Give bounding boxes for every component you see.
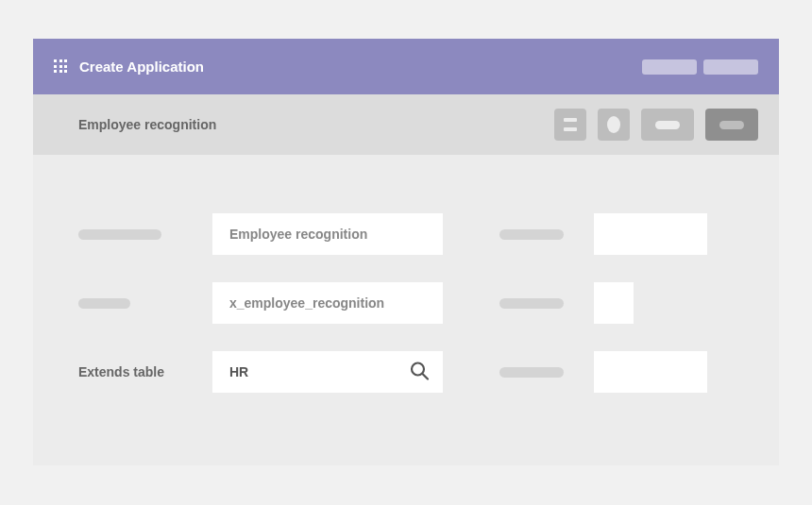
secondary-field[interactable] (594, 351, 707, 393)
field-value: Employee recognition (229, 227, 367, 242)
sub-header: Employee recognition (33, 94, 779, 155)
person-icon (607, 116, 620, 133)
apps-grid-icon[interactable] (54, 59, 68, 74)
app-header: Create Application (33, 39, 779, 94)
list-icon (564, 118, 577, 131)
pill-icon (719, 121, 744, 129)
field-value: x_employee_recognition (229, 295, 384, 311)
svg-line-1 (423, 374, 429, 379)
toggle-button-2-active[interactable] (705, 109, 758, 141)
field-label-placeholder (499, 367, 564, 378)
secondary-field[interactable] (594, 213, 707, 255)
extends-table-label: Extends table (78, 364, 164, 379)
form-row: Employee recognition (78, 213, 734, 255)
field-label-placeholder (78, 298, 130, 309)
field-value: HR (229, 364, 248, 379)
form-area: Employee recognition x_employee_recognit… (33, 155, 779, 393)
search-icon[interactable] (409, 361, 430, 384)
scope-field[interactable]: x_employee_recognition (212, 282, 443, 324)
pill-icon (655, 121, 680, 129)
extends-table-field[interactable]: HR (212, 351, 443, 393)
name-field[interactable]: Employee recognition (212, 213, 443, 255)
field-label-placeholder (78, 229, 161, 240)
form-row: x_employee_recognition (78, 282, 734, 324)
application-window: Create Application Employee recognition (33, 39, 779, 465)
subheader-title: Employee recognition (78, 117, 216, 132)
field-label-placeholder (499, 298, 564, 309)
view-user-button[interactable] (598, 109, 630, 141)
header-title: Create Application (79, 59, 204, 75)
view-list-button[interactable] (554, 109, 586, 141)
form-row: Extends table HR (78, 351, 734, 393)
toggle-button-1[interactable] (641, 109, 694, 141)
secondary-field-small[interactable] (594, 282, 634, 324)
field-label-placeholder (499, 229, 564, 240)
header-action-1[interactable] (642, 59, 697, 75)
header-action-2[interactable] (703, 59, 758, 75)
